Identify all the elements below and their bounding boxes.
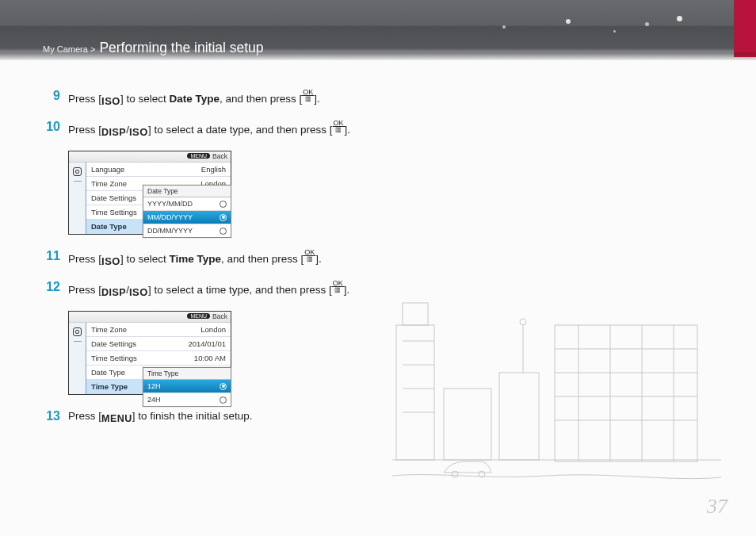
- ok-icon: OK▥: [304, 249, 315, 262]
- menu-top-bar: MENUBack: [69, 151, 231, 163]
- menu-top-bar: MENUBack: [69, 312, 231, 323]
- iso-icon: ISO: [129, 285, 148, 300]
- step-text: Press [MENU] to finish the initial setup…: [68, 409, 252, 426]
- menu-row-timezone[interactable]: Time ZoneLondon: [86, 323, 231, 337]
- svg-point-20: [520, 319, 526, 325]
- step-number: 12: [43, 280, 60, 294]
- breadcrumb: My Camera > Performing the initial setup: [43, 40, 264, 56]
- page-header: My Camera > Performing the initial setup: [0, 0, 756, 60]
- back-label: Back: [212, 152, 227, 160]
- menu-icon: MENU: [101, 412, 132, 426]
- popup-header: Date Type: [143, 186, 231, 197]
- ok-icon: OK▥: [333, 120, 345, 133]
- menu-pill-icon: MENU: [187, 313, 210, 319]
- menu-side-tabs: [69, 323, 86, 394]
- radio-icon: [220, 214, 227, 221]
- svg-rect-1: [403, 303, 428, 325]
- header-decoration: [471, 8, 708, 56]
- back-label: Back: [212, 312, 227, 320]
- camera-menu-date-type: MENUBack LanguageEnglish Time ZoneLondon…: [68, 151, 231, 235]
- gear-icon: [73, 327, 82, 336]
- step-number: 11: [43, 249, 60, 263]
- popup-header: Time Type: [143, 368, 231, 380]
- radio-icon: [220, 201, 227, 208]
- ok-icon: OK▥: [332, 280, 344, 293]
- accent-tab: [734, 0, 756, 57]
- iso-icon: ISO: [101, 94, 120, 109]
- disp-icon: DISP: [101, 285, 126, 300]
- step-9: 9 Press [ISO] to select Date Type, and t…: [43, 89, 713, 109]
- menu-list: LanguageEnglish Time ZoneLondon Date Set…: [86, 163, 231, 234]
- menu-pill-icon: MENU: [187, 153, 210, 159]
- step-number: 10: [43, 120, 60, 134]
- camera-menu-time-type: MENUBack Time ZoneLondon Date Settings20…: [68, 311, 231, 395]
- breadcrumb-prefix: My Camera >: [43, 44, 95, 54]
- gear-icon: [73, 167, 82, 176]
- svg-rect-6: [444, 389, 491, 460]
- svg-rect-0: [396, 325, 434, 460]
- svg-rect-8: [555, 325, 697, 461]
- menu-row-date-settings[interactable]: Date Settings2014/01/01: [86, 337, 231, 351]
- disp-icon: DISP: [101, 125, 126, 140]
- option-12h[interactable]: 12H: [143, 380, 231, 393]
- step-text: Press [DISP/ISO] to select a date type, …: [68, 120, 350, 140]
- option-24h[interactable]: 24H: [143, 393, 231, 406]
- step-number: 9: [43, 89, 60, 103]
- radio-icon: [220, 383, 227, 390]
- option-yyyymmdd[interactable]: YYYY/MM/DD: [143, 197, 231, 211]
- svg-point-17: [452, 471, 458, 477]
- step-text: Press [ISO] to select Date Type, and the…: [68, 89, 320, 109]
- ok-icon: OK▥: [302, 89, 314, 102]
- popup-date-type: Date Type YYYY/MM/DD MM/DD/YYYY DD/MM/YY…: [143, 185, 231, 238]
- city-illustration: [388, 293, 721, 500]
- step-10: 10 Press [DISP/ISO] to select a date typ…: [43, 120, 713, 140]
- option-mmddyyyy[interactable]: MM/DD/YYYY: [143, 211, 231, 224]
- menu-row-language[interactable]: LanguageEnglish: [86, 163, 231, 177]
- option-ddmmyyyy[interactable]: DD/MM/YYYY: [143, 224, 231, 237]
- iso-icon: ISO: [101, 255, 120, 269]
- step-text: Press [ISO] to select Time Type, and the…: [68, 249, 322, 269]
- radio-icon: [220, 396, 227, 404]
- page-title: Performing the initial setup: [99, 40, 263, 56]
- step-text: Press [DISP/ISO] to select a time type, …: [68, 280, 349, 300]
- step-number: 13: [43, 409, 60, 423]
- page-number: 37: [707, 495, 727, 519]
- step-11: 11 Press [ISO] to select Time Type, and …: [43, 249, 713, 269]
- menu-row-time-settings[interactable]: Time Settings10:00 AM: [86, 351, 231, 366]
- iso-icon: ISO: [129, 125, 148, 140]
- popup-time-type: Time Type 12H 24H: [143, 367, 231, 407]
- svg-rect-7: [499, 373, 539, 460]
- menu-list: Time ZoneLondon Date Settings2014/01/01 …: [86, 323, 231, 394]
- radio-icon: [220, 228, 227, 235]
- menu-side-tabs: [69, 163, 86, 234]
